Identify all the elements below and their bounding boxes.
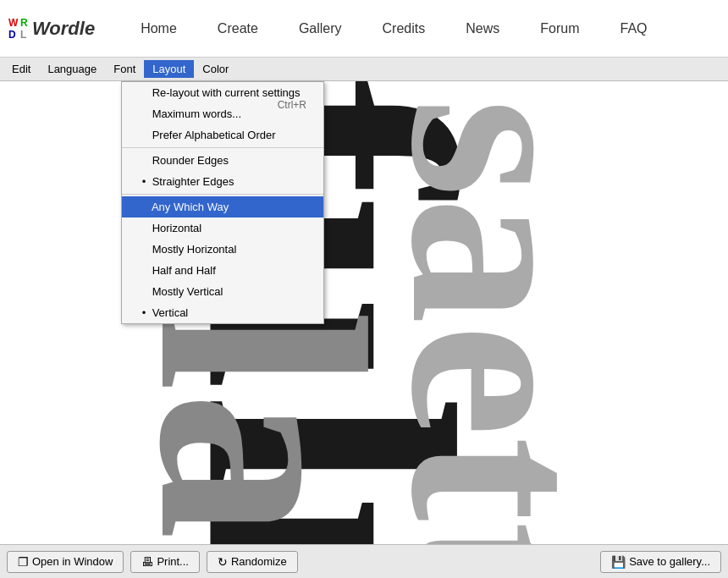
dropdown-separator-1	[122, 147, 323, 148]
nav-news[interactable]: News	[445, 21, 520, 36]
dropdown-mostly-vertical[interactable]: Mostly Vertical	[122, 281, 323, 302]
nav-credits[interactable]: Credits	[362, 21, 446, 36]
menu-layout[interactable]: Layout	[144, 60, 194, 78]
nav-create[interactable]: Create	[197, 21, 279, 36]
bottom-bar: ❐ Open in Window 🖶 Print... ↻ Randomize …	[0, 544, 728, 578]
nav-links: Home Create Gallery Credits News Forum F…	[120, 21, 667, 36]
dropdown-any-which-way[interactable]: Any Which Way	[122, 196, 323, 217]
top-nav: W R D L Wordle Home Create Gallery Credi…	[0, 0, 728, 58]
dropdown-straighter-edges[interactable]: • Straighter Edges	[122, 171, 323, 192]
nav-gallery[interactable]: Gallery	[279, 21, 362, 36]
print-icon: 🖶	[141, 555, 153, 569]
dropdown-vertical[interactable]: • Vertical	[122, 302, 323, 323]
menu-bar: Edit Language Font Layout Color Re-layou…	[0, 58, 728, 81]
save-icon: 💾	[611, 555, 626, 569]
dropdown-separator-2	[122, 194, 323, 195]
open-window-icon: ❐	[18, 555, 29, 569]
svg-text:saette: saette	[359, 98, 640, 564]
dropdown-rounder-edges[interactable]: Rounder Edges	[122, 150, 323, 171]
wordle-logo-text: Wordle	[32, 18, 95, 40]
dropdown-relayout[interactable]: Re-layout with current settings Ctrl+R	[122, 82, 323, 103]
randomize-icon: ↻	[218, 555, 228, 569]
logo-icon: W R D L	[8, 17, 32, 41]
dropdown-half-and-half[interactable]: Half and Half	[122, 260, 323, 281]
save-to-gallery-button[interactable]: 💾 Save to gallery...	[600, 551, 721, 573]
dropdown-horizontal[interactable]: Horizontal	[122, 217, 323, 239]
dropdown-mostly-horizontal[interactable]: Mostly Horizontal	[122, 239, 323, 260]
menu-font[interactable]: Font	[105, 60, 144, 78]
menu-language[interactable]: Language	[39, 60, 105, 78]
open-window-button[interactable]: ❐ Open in Window	[7, 551, 124, 573]
nav-home[interactable]: Home	[120, 21, 197, 36]
wordle-art-svg: fulmini lami saette	[0, 81, 728, 564]
randomize-button[interactable]: ↻ Randomize	[207, 551, 298, 573]
nav-faq[interactable]: FAQ	[600, 21, 668, 36]
logo-area: W R D L Wordle	[8, 17, 95, 41]
nav-forum[interactable]: Forum	[520, 21, 599, 36]
dropdown-alphabetical[interactable]: Prefer Alphabetical Order	[122, 124, 323, 146]
layout-dropdown: Re-layout with current settings Ctrl+R M…	[121, 81, 324, 324]
print-button[interactable]: 🖶 Print...	[130, 551, 200, 573]
menu-color[interactable]: Color	[194, 60, 237, 78]
menu-edit[interactable]: Edit	[3, 60, 39, 78]
canvas-area: fulmini lami saette	[0, 81, 728, 564]
